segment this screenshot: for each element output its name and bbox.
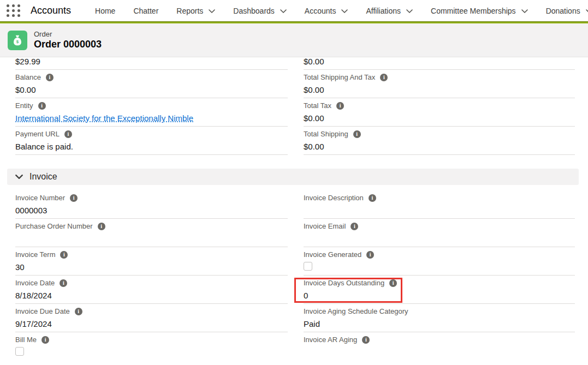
field-value: 0 <box>304 290 575 301</box>
nav-tab-affiliations[interactable]: Affiliations <box>366 7 413 15</box>
nav-tab-label: Affiliations <box>366 7 401 15</box>
entity-link[interactable]: International Society for the Exceptiona… <box>15 113 193 123</box>
field-value: $0.00 <box>304 85 575 95</box>
field-label: Invoice AR Aging <box>304 336 357 344</box>
info-icon[interactable]: i <box>46 74 54 81</box>
nav-tab-dashboards[interactable]: Dashboards <box>233 7 287 15</box>
field-invoice-date: Invoice Datei8/18/2024 <box>15 276 288 304</box>
record-title: Order 0000003 <box>34 38 102 50</box>
field-invoice-description: Invoice Descriptioni <box>304 190 575 219</box>
field-invoice-email: Invoice Emaili <box>304 219 575 247</box>
record-object-label: Order <box>34 30 102 38</box>
field-invoice-ar-aging: Invoice AR Agingi <box>304 332 575 360</box>
nav-tab-label: Accounts <box>305 7 336 15</box>
field-value: 0000003 <box>15 205 288 216</box>
nav-tabbar: HomeChatterReportsDashboardsAccountsAffi… <box>95 7 588 15</box>
section-title: Invoice <box>29 172 57 182</box>
info-icon[interactable]: i <box>41 336 49 344</box>
chevron-down-icon <box>15 175 23 179</box>
nav-tab-label: Committee Memberships <box>431 7 516 15</box>
field-column-right: Invoice DescriptioniInvoice EmailiInvoic… <box>304 190 575 360</box>
chevron-down-icon <box>341 9 348 13</box>
field-value <box>15 234 288 244</box>
nav-tab-label: Reports <box>176 7 203 15</box>
field-column-left: $29.99Balancei$0.00EntityiInternational … <box>15 57 288 155</box>
field-value <box>304 347 575 358</box>
field-total-tax: Total Taxi$0.00 <box>304 98 575 127</box>
field-invoice-aging-schedule-category: Invoice Aging Schedule CategoryPaid <box>304 304 575 332</box>
field-label: Invoice Days Outstanding <box>304 279 384 288</box>
nav-tab-label: Chatter <box>133 7 158 15</box>
checkbox-unchecked <box>304 262 312 271</box>
field-invoice-days-outstanding: Invoice Days Outstandingi0 <box>304 276 575 304</box>
nav-tab-donations[interactable]: Donations <box>546 7 588 15</box>
info-icon[interactable]: i <box>366 251 374 259</box>
app-name: Accounts <box>31 5 71 16</box>
section-header-invoice[interactable]: Invoice <box>7 169 579 185</box>
info-icon[interactable]: i <box>64 130 72 138</box>
field-total-shipping-and-tax: Total Shipping And Taxi$0.00 <box>304 70 575 98</box>
field-payment-url: Payment URLiBalance is paid. <box>15 127 288 155</box>
info-icon[interactable]: i <box>336 102 344 110</box>
nav-tab-label: Dashboards <box>233 7 275 15</box>
info-icon[interactable]: i <box>353 130 361 138</box>
nav-tab-label: Donations <box>546 7 580 15</box>
info-icon[interactable]: i <box>38 102 46 110</box>
field-label: Purchase Order Number <box>15 222 93 231</box>
record-header: $ Order Order 0000003 <box>0 23 588 57</box>
field-balance: Balancei$0.00 <box>15 70 288 98</box>
chevron-down-icon <box>406 9 413 13</box>
field-label: Invoice Aging Schedule Category <box>304 307 408 316</box>
info-icon[interactable]: i <box>98 223 105 230</box>
chevron-down-icon <box>521 9 528 13</box>
nav-tab-committee-memberships[interactable]: Committee Memberships <box>431 7 528 15</box>
info-icon[interactable]: i <box>389 279 397 287</box>
field-label: Invoice Email <box>304 222 346 231</box>
field-label: Invoice Date <box>15 279 55 288</box>
field-value: Paid <box>304 319 575 330</box>
field-invoice-term: Invoice Termi30 <box>15 247 288 276</box>
field-label: Bill Me <box>15 336 37 344</box>
money-bag-icon: $ <box>8 31 27 50</box>
field-label: Invoice Generated <box>304 250 361 259</box>
field-value: 8/18/2024 <box>15 290 288 301</box>
info-icon[interactable]: i <box>60 279 67 287</box>
record-detail: $29.99Balancei$0.00EntityiInternational … <box>0 57 588 360</box>
field-value: $0.00 <box>304 56 575 68</box>
field-0-00: $0.00 <box>304 56 575 70</box>
info-icon[interactable]: i <box>60 251 68 259</box>
field-label: Balance <box>15 73 41 82</box>
field-value: $0.00 <box>304 113 575 124</box>
field-column-right: $0.00Total Shipping And Taxi$0.00Total T… <box>304 57 575 155</box>
field-purchase-order-number: Purchase Order Numberi <box>15 219 288 247</box>
app-launcher-icon[interactable] <box>7 4 21 17</box>
nav-tab-accounts[interactable]: Accounts <box>305 7 348 15</box>
field-bill-me: Bill Mei <box>15 332 288 360</box>
field-label: Invoice Number <box>15 194 65 202</box>
field-value <box>304 234 575 244</box>
field-label: Invoice Due Date <box>15 307 70 316</box>
field-invoice-due-date: Invoice Due Datei9/17/2024 <box>15 304 288 332</box>
field-invoice-generated: Invoice Generatedi <box>304 247 575 276</box>
nav-tab-reports[interactable]: Reports <box>176 7 215 15</box>
field-label: Total Tax <box>304 101 331 110</box>
global-nav: Accounts HomeChatterReportsDashboardsAcc… <box>0 0 588 23</box>
info-icon[interactable]: i <box>70 194 78 202</box>
chevron-down-icon <box>586 9 588 13</box>
info-icon[interactable]: i <box>75 308 82 315</box>
field-invoice-number: Invoice Numberi0000003 <box>15 190 288 219</box>
nav-tab-home[interactable]: Home <box>95 7 115 15</box>
field-column-left: Invoice Numberi0000003Purchase Order Num… <box>15 190 288 360</box>
field-total-shipping: Total Shippingi$0.00 <box>304 127 575 155</box>
info-icon[interactable]: i <box>351 223 358 230</box>
svg-text:$: $ <box>16 39 19 44</box>
info-icon[interactable]: i <box>369 194 376 202</box>
field-value: Balance is paid. <box>15 141 288 152</box>
info-icon[interactable]: i <box>380 74 388 81</box>
field-value: 9/17/2024 <box>15 319 288 330</box>
field-label: Invoice Description <box>304 194 364 202</box>
field-value: $0.00 <box>15 85 288 95</box>
nav-tab-label: Home <box>95 7 115 15</box>
nav-tab-chatter[interactable]: Chatter <box>133 7 158 15</box>
info-icon[interactable]: i <box>362 336 370 344</box>
